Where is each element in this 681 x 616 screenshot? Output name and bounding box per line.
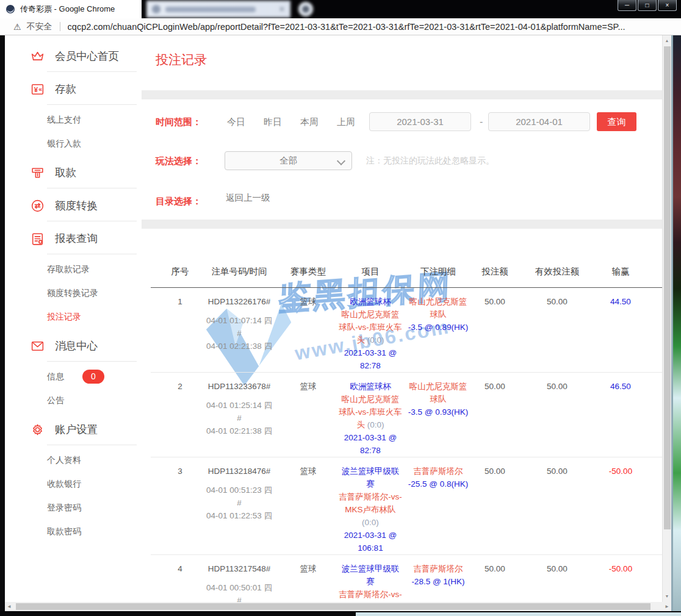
- table-row: 4 HDP113217548# 04-01 00:50:01 四 # 04-01…: [151, 555, 662, 603]
- column-header-序号: 序号: [162, 243, 198, 288]
- bet-team: 喀山尤尼克斯篮球队: [407, 295, 469, 321]
- cell-sport: 篮球: [280, 288, 336, 373]
- sidebar-subitem-label: 个人资料: [47, 455, 81, 466]
- sidebar-subitem-取款密码[interactable]: 取款密码: [5, 520, 142, 543]
- cell-pad: [645, 555, 662, 603]
- league-link[interactable]: 欧洲篮球杯: [339, 380, 402, 393]
- scroll-up-arrow[interactable]: ▲: [663, 37, 671, 45]
- back-up-level-link[interactable]: 返回上一级: [226, 192, 270, 204]
- quick-range-this-week[interactable]: 本周: [300, 112, 319, 132]
- sidebar-subitem-label: 登录密码: [47, 503, 81, 514]
- sidebar-subitem-线上支付[interactable]: 线上支付: [5, 108, 142, 132]
- cell-winloss[interactable]: -50.00: [596, 555, 645, 603]
- match-name: 吉普萨斯塔尔-vs-MKS卢布林队 (0:0): [339, 490, 402, 529]
- report-icon: [29, 231, 45, 246]
- bet-time-end: 04-01 01:22:53 四: [201, 509, 278, 522]
- blurred-tab-text: [165, 7, 256, 12]
- section-divider-band: [142, 220, 662, 229]
- sidebar-item-存款[interactable]: ¥« 存款: [5, 77, 142, 101]
- sidebar-subitem-额度转换记录[interactable]: 额度转换记录: [5, 281, 142, 305]
- bet-team: 喀山尤尼克斯篮球队: [407, 380, 469, 406]
- column-header-输赢: 输赢: [596, 243, 645, 288]
- sidebar-subitem-公告[interactable]: 公告: [5, 389, 142, 412]
- league-link[interactable]: 欧洲篮球杯: [339, 295, 402, 308]
- divider: [47, 71, 137, 72]
- maximize-button[interactable]: □: [638, 0, 657, 11]
- match-score: (0:0): [362, 518, 379, 527]
- sidebar-subitem-银行入款[interactable]: 银行入款: [5, 132, 142, 156]
- scroll-down-arrow[interactable]: ▼: [663, 592, 671, 601]
- sidebar-subitem-信息[interactable]: 信息0: [5, 365, 142, 389]
- bet-time-end: 04-01 02:21:38 四: [201, 340, 278, 353]
- not-secure-label[interactable]: 不安全: [27, 21, 52, 32]
- sidebar-subitem-label: 取款密码: [47, 526, 81, 537]
- bet-time-end: 04-01 02:21:38 四: [201, 424, 278, 437]
- column-header-注单号码/时间: 注单号码/时间: [198, 243, 280, 288]
- sidebar-item-取款[interactable]: 取款: [5, 160, 142, 185]
- scroll-right-arrow[interactable]: ►: [665, 602, 669, 611]
- quick-range-today[interactable]: 今日: [227, 112, 245, 132]
- cell-winloss[interactable]: 44.50: [596, 288, 645, 373]
- sidebar: 会员中心首页¥« 存款线上支付银行入款 取款 额度转换 报表查询存取款记录额度转…: [5, 35, 142, 602]
- sidebar-item-账户设置[interactable]: 账户设置: [5, 417, 142, 442]
- quick-range-yesterday[interactable]: 昨日: [264, 112, 282, 132]
- cell-order-time: HDP113233678# 04-01 01:25:14 四 # 04-01 0…: [198, 373, 280, 457]
- cell-winloss[interactable]: -50.00: [596, 457, 645, 555]
- time-range-label: 时间范围：: [156, 112, 201, 132]
- close-button[interactable]: ×: [658, 0, 677, 11]
- cell-pad: [151, 373, 162, 457]
- sidebar-item-消息中心[interactable]: 消息中心: [5, 334, 142, 358]
- league-link[interactable]: 波兰篮球甲级联赛: [339, 562, 402, 588]
- sidebar-subitem-投注记录[interactable]: 投注记录: [5, 305, 142, 329]
- cell-no: 4: [162, 555, 198, 603]
- sidebar-subitem-个人资料[interactable]: 个人资料: [5, 448, 142, 472]
- browser-window: 传奇彩票 - Google Chrome ✕ ─ □ × ⚠ 不安全 cqcp2…: [0, 0, 681, 616]
- bet-odds-link[interactable]: -3.5 @ 0.93(HK): [407, 406, 469, 418]
- bet-time-separator: #: [201, 412, 278, 424]
- sidebar-item-会员中心首页[interactable]: 会员中心首页: [5, 44, 142, 68]
- bet-odds-link[interactable]: -3.5 @ 0.89(HK): [407, 321, 469, 334]
- message-icon: [29, 338, 45, 354]
- match-result-link[interactable]: 2021-03-31 @ 82:78: [339, 431, 402, 457]
- blurred-background-tab: ✕: [146, 1, 290, 18]
- sidebar-item-额度转换[interactable]: 额度转换: [5, 193, 142, 218]
- desktop-edge-right: [673, 35, 681, 611]
- window-controls: ─ □ ×: [618, 0, 677, 11]
- section-divider-band: [142, 90, 662, 99]
- sidebar-subitem-label: 额度转换记录: [47, 288, 98, 299]
- minimize-button[interactable]: ─: [618, 0, 636, 11]
- league-link[interactable]: 波兰篮球甲级联赛: [339, 465, 402, 490]
- date-from-input[interactable]: 2021-03-31: [369, 112, 471, 131]
- query-button[interactable]: 查询: [597, 112, 636, 131]
- quick-range-last-week[interactable]: 上周: [337, 112, 355, 132]
- cell-bet-detail: 吉普萨斯塔尔 -28.5 @ 1(HK): [405, 555, 472, 603]
- sidebar-item-label: 报表查询: [55, 231, 98, 246]
- table-row: 3 HDP113218476# 04-01 00:51:23 四 # 04-01…: [151, 457, 662, 555]
- cell-item: 波兰篮球甲级联赛 吉普萨斯塔尔-vs-MKS卢布林队 (0:0) 2021-03…: [336, 555, 405, 603]
- match-result-link[interactable]: 2021-03-31 @ 82:78: [339, 346, 402, 372]
- sidebar-subitem-收款银行[interactable]: 收款银行: [5, 472, 142, 496]
- vertical-scrollbar-thumb[interactable]: [664, 46, 671, 529]
- url-text[interactable]: cqcp2.com/chuanQiCPLoginWeb/app/reportDe…: [68, 22, 625, 32]
- address-bar[interactable]: ⚠ 不安全 cqcp2.com/chuanQiCPLoginWeb/app/re…: [0, 18, 681, 35]
- bet-odds-link[interactable]: -28.5 @ 1(HK): [407, 575, 469, 588]
- divider: [47, 221, 137, 221]
- horizontal-scrollbar[interactable]: ◄ ►: [5, 602, 671, 611]
- horizontal-scrollbar-thumb[interactable]: [16, 603, 650, 610]
- sidebar-subitem-登录密码[interactable]: 登录密码: [5, 496, 142, 520]
- bets-table: 序号注单号码/时间赛事类型项目下注明细投注额有效投注额输赢 1 HDP11322…: [151, 243, 662, 602]
- main-content: 投注记录 时间范围： 今日昨日本周上周 2021-03-31 - 2021-04…: [142, 35, 662, 602]
- play-select-dropdown[interactable]: 全部: [225, 151, 352, 170]
- vertical-scrollbar[interactable]: ▲ ▼: [662, 35, 671, 602]
- sidebar-item-label: 消息中心: [55, 338, 98, 353]
- cell-item: 欧洲篮球杯 喀山尤尼克斯篮球队-vs-库班火车头 (0:0) 2021-03-3…: [336, 288, 405, 373]
- sidebar-subitem-存取款记录[interactable]: 存取款记录: [5, 257, 142, 281]
- bet-odds-link[interactable]: -25.5 @ 0.8(HK): [407, 478, 469, 490]
- match-result-link[interactable]: 2021-03-31 @ 106:81: [339, 529, 402, 554]
- cell-winloss[interactable]: 46.50: [596, 373, 645, 457]
- blurred-tab-close-icon: ✕: [279, 5, 285, 13]
- date-to-input[interactable]: 2021-04-01: [488, 112, 590, 131]
- scroll-left-arrow[interactable]: ◄: [7, 602, 12, 611]
- cell-order-time: HDP113218476# 04-01 00:51:23 四 # 04-01 0…: [198, 457, 280, 555]
- sidebar-item-报表查询[interactable]: 报表查询: [5, 226, 142, 251]
